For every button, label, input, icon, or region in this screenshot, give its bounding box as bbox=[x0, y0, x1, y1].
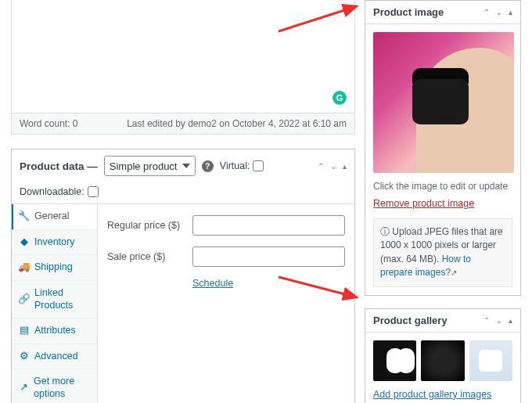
regular-price-input[interactable] bbox=[192, 215, 345, 236]
featured-image[interactable] bbox=[373, 32, 514, 173]
gallery-thumbnails bbox=[373, 340, 512, 381]
schedule-link[interactable]: Schedule bbox=[192, 278, 345, 289]
product-data-panel: Product data — Simple product ? Virtual:… bbox=[11, 149, 355, 403]
product-gallery-title: Product gallery bbox=[373, 315, 448, 326]
virtual-checkbox[interactable] bbox=[253, 160, 264, 171]
sale-price-label: Sale price ($) bbox=[107, 251, 182, 262]
tab-linked-products[interactable]: 🔗Linked Products bbox=[12, 281, 97, 318]
edit-image-hint: Click the image to edit or update bbox=[373, 181, 512, 192]
virtual-label: Virtual: bbox=[220, 160, 264, 171]
product-image-title: Product image bbox=[373, 6, 444, 18]
tab-get-more-options[interactable]: ↗Get more options bbox=[12, 369, 97, 403]
link-icon: 🔗 bbox=[20, 293, 29, 306]
tab-shipping[interactable]: 🚚Shipping bbox=[12, 255, 97, 281]
tab-advanced[interactable]: ⚙Advanced bbox=[12, 344, 97, 370]
remove-product-image-link[interactable]: Remove product image bbox=[373, 198, 512, 209]
collapse-icon[interactable]: ▴ bbox=[509, 8, 512, 16]
truck-icon: 🚚 bbox=[20, 261, 29, 274]
product-data-tabs: 🔧General ◆Inventory 🚚Shipping 🔗Linked Pr… bbox=[12, 204, 98, 403]
move-down-icon[interactable]: ⌄ bbox=[330, 162, 336, 171]
help-icon[interactable]: ? bbox=[202, 160, 214, 172]
product-gallery-panel: Product gallery ⌃ ⌄ ▴ Add product galler… bbox=[365, 308, 521, 403]
gear-icon: ⚙ bbox=[20, 351, 29, 363]
tab-general[interactable]: 🔧General bbox=[12, 204, 97, 230]
tab-inventory[interactable]: ◆Inventory bbox=[12, 230, 97, 256]
regular-price-label: Regular price ($) bbox=[107, 220, 182, 231]
product-data-header: Product data — Simple product ? Virtual:… bbox=[12, 149, 354, 204]
product-data-title: Product data — bbox=[20, 160, 98, 172]
grammarly-icon[interactable]: G bbox=[332, 91, 347, 105]
wrench-icon: 🔧 bbox=[20, 210, 29, 223]
external-link-icon: ↗ bbox=[451, 268, 457, 277]
move-up-icon[interactable]: ⌃ bbox=[483, 8, 490, 16]
diamond-icon: ◆ bbox=[20, 236, 29, 249]
gallery-thumb[interactable] bbox=[373, 340, 416, 381]
sale-price-input[interactable] bbox=[192, 246, 345, 267]
downloadable-checkbox[interactable] bbox=[88, 186, 99, 197]
external-icon: ↗ bbox=[20, 382, 28, 394]
product-image-panel: Product image ⌃ ⌄ ▴ Click the image to e… bbox=[365, 0, 521, 296]
gallery-thumb[interactable] bbox=[421, 340, 464, 381]
image-upload-info: ⓘ Upload JPEG files that are 1000 x 1000… bbox=[373, 218, 512, 287]
collapse-icon[interactable]: ▴ bbox=[509, 316, 512, 325]
add-gallery-images-link[interactable]: Add product gallery images bbox=[373, 389, 491, 400]
move-up-icon[interactable]: ⌃ bbox=[318, 162, 324, 171]
move-up-icon[interactable]: ⌃ bbox=[483, 316, 490, 325]
collapse-icon[interactable]: ▴ bbox=[343, 162, 347, 171]
tab-attributes[interactable]: ▤Attributes bbox=[12, 318, 97, 344]
downloadable-label: Downloadable: bbox=[20, 186, 99, 197]
product-type-select[interactable]: Simple product bbox=[104, 156, 196, 176]
word-count: Word count: 0 bbox=[20, 118, 77, 129]
last-edited: Last edited by demo2 on October 4, 2022 … bbox=[127, 118, 347, 129]
content-editor[interactable]: G bbox=[11, 0, 355, 113]
move-down-icon[interactable]: ⌄ bbox=[496, 8, 502, 16]
move-down-icon[interactable]: ⌄ bbox=[496, 316, 502, 325]
general-tab-fields: Regular price ($) Sale price ($) Schedul… bbox=[98, 204, 354, 403]
editor-statusbar: Word count: 0 Last edited by demo2 on Oc… bbox=[11, 113, 355, 135]
gallery-thumb[interactable] bbox=[469, 340, 512, 381]
list-icon: ▤ bbox=[20, 325, 29, 337]
